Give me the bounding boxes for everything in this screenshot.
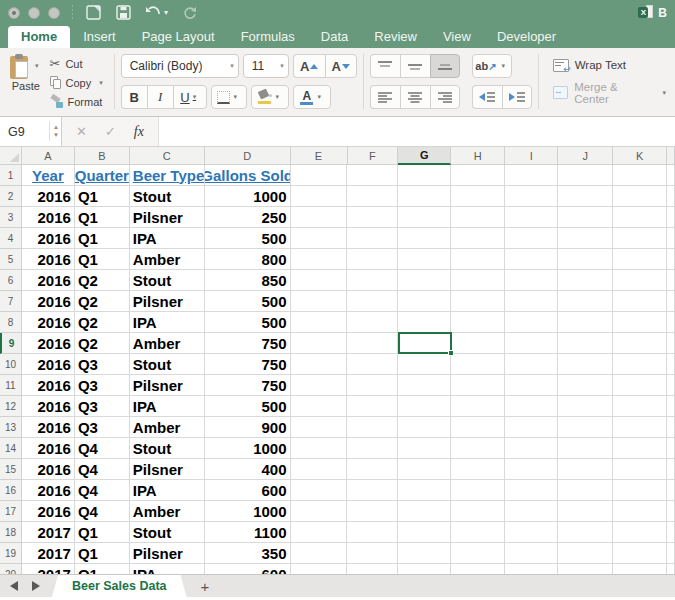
- cell[interactable]: 1000: [205, 438, 291, 459]
- cell[interactable]: Q2: [75, 291, 130, 312]
- cut-button[interactable]: ✂ Cut: [50, 56, 106, 71]
- cell[interactable]: Q1: [75, 207, 130, 228]
- wrap-text-button[interactable]: ↩ Wrap Text: [553, 59, 669, 72]
- row-header-20[interactable]: 20: [0, 564, 22, 574]
- cell[interactable]: 500: [205, 396, 291, 417]
- fill-color-button[interactable]: ▾: [251, 85, 289, 109]
- cell[interactable]: [291, 543, 348, 564]
- cell[interactable]: [347, 165, 398, 186]
- cell[interactable]: 2016: [22, 186, 75, 207]
- row-header-13[interactable]: 13: [0, 417, 22, 438]
- cell[interactable]: [505, 270, 558, 291]
- cell[interactable]: [347, 207, 398, 228]
- borders-button[interactable]: ▾: [211, 85, 247, 109]
- cell[interactable]: 2017: [22, 564, 75, 574]
- undo-caret-icon[interactable]: ▾: [164, 9, 168, 17]
- selected-cell-g9[interactable]: [398, 332, 452, 354]
- cell[interactable]: [347, 333, 398, 354]
- cell[interactable]: [398, 249, 451, 270]
- column-header-i[interactable]: I: [505, 147, 558, 165]
- cell[interactable]: 800: [205, 249, 291, 270]
- cell[interactable]: 400: [205, 459, 291, 480]
- font-color-button[interactable]: A ▾: [293, 85, 331, 109]
- copy-button[interactable]: Copy ▾: [50, 75, 106, 90]
- increase-font-size-button[interactable]: A: [293, 54, 325, 78]
- cancel-entry-icon[interactable]: ✕: [76, 124, 87, 139]
- tab-view[interactable]: View: [430, 26, 484, 48]
- cell[interactable]: [558, 249, 613, 270]
- paste-caret-icon[interactable]: ▾: [32, 62, 42, 70]
- cell[interactable]: [505, 228, 558, 249]
- cell[interactable]: [667, 396, 675, 417]
- insert-function-button[interactable]: fx: [134, 124, 144, 140]
- cell[interactable]: [667, 270, 675, 291]
- cell[interactable]: [451, 375, 505, 396]
- cell[interactable]: [291, 186, 348, 207]
- cell[interactable]: [613, 522, 667, 543]
- font-size-select[interactable]: 11 ▾: [243, 54, 289, 78]
- cell[interactable]: IPA: [130, 480, 205, 501]
- cell[interactable]: [667, 249, 675, 270]
- row-header-17[interactable]: 17: [0, 501, 22, 522]
- cell[interactable]: 750: [205, 354, 291, 375]
- copy-caret-icon[interactable]: ▾: [96, 79, 106, 87]
- cell[interactable]: [558, 165, 613, 186]
- cell[interactable]: 2016: [22, 312, 75, 333]
- decrease-font-size-button[interactable]: A: [325, 54, 357, 78]
- cell[interactable]: [558, 228, 613, 249]
- cell[interactable]: [398, 354, 451, 375]
- cell[interactable]: [398, 396, 451, 417]
- cell[interactable]: Amber: [130, 333, 205, 354]
- cell[interactable]: [347, 543, 398, 564]
- cell[interactable]: Stout: [130, 354, 205, 375]
- cell[interactable]: [613, 480, 667, 501]
- cell[interactable]: Pilsner: [130, 291, 205, 312]
- cell[interactable]: 2017: [22, 522, 75, 543]
- cell[interactable]: 750: [205, 375, 291, 396]
- cell[interactable]: 2017: [22, 543, 75, 564]
- cell[interactable]: [667, 543, 675, 564]
- cell[interactable]: [558, 291, 613, 312]
- cell[interactable]: 900: [205, 417, 291, 438]
- cell[interactable]: [667, 354, 675, 375]
- cell[interactable]: [505, 291, 558, 312]
- cell[interactable]: 600: [205, 480, 291, 501]
- row-header-6[interactable]: 6: [0, 270, 22, 291]
- cell[interactable]: [505, 333, 558, 354]
- cell[interactable]: [347, 186, 398, 207]
- cell[interactable]: 1000: [205, 501, 291, 522]
- cell[interactable]: [398, 522, 451, 543]
- cell[interactable]: [667, 438, 675, 459]
- cell[interactable]: [667, 207, 675, 228]
- column-header-h[interactable]: H: [451, 147, 505, 165]
- undo-button[interactable]: ▾: [145, 6, 168, 19]
- cell[interactable]: Q1: [75, 522, 130, 543]
- cell[interactable]: [451, 207, 505, 228]
- bold-button[interactable]: B: [121, 85, 147, 109]
- cell[interactable]: 2016: [22, 207, 75, 228]
- cell[interactable]: [291, 396, 348, 417]
- column-header-e[interactable]: E: [291, 147, 348, 165]
- cell[interactable]: 2016: [22, 480, 75, 501]
- cell[interactable]: [667, 375, 675, 396]
- align-left-button[interactable]: [370, 85, 400, 109]
- cell[interactable]: [558, 522, 613, 543]
- column-header-b[interactable]: B: [75, 147, 130, 165]
- sheet-tab-active[interactable]: Beer Sales Data: [52, 575, 187, 597]
- cell[interactable]: 2016: [22, 333, 75, 354]
- cell[interactable]: 600: [205, 564, 291, 574]
- row-header-3[interactable]: 3: [0, 207, 22, 228]
- cell[interactable]: [613, 165, 667, 186]
- minimize-button[interactable]: [28, 7, 40, 19]
- align-top-button[interactable]: [370, 54, 400, 78]
- close-button[interactable]: [8, 7, 20, 19]
- cell[interactable]: Stout: [130, 186, 205, 207]
- cell[interactable]: [291, 270, 348, 291]
- cell[interactable]: [398, 480, 451, 501]
- cell[interactable]: [505, 207, 558, 228]
- cell[interactable]: [451, 333, 505, 354]
- cell[interactable]: 2016: [22, 438, 75, 459]
- cell[interactable]: [505, 354, 558, 375]
- cell[interactable]: 1000: [205, 186, 291, 207]
- row-header-8[interactable]: 8: [0, 312, 22, 333]
